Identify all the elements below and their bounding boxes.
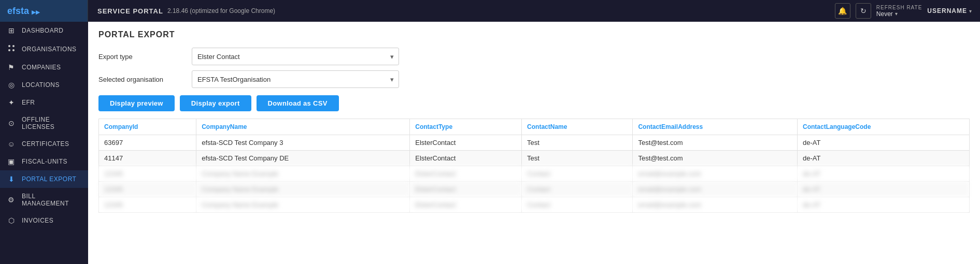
export-type-row: Export type Elster Contact <box>98 48 970 65</box>
col-contact-type[interactable]: ContactType <box>410 119 522 135</box>
col-contact-name[interactable]: ContactName <box>522 119 633 135</box>
data-table: CompanyId CompanyName ContactType Contac… <box>98 119 970 213</box>
content-area: PORTAL EXPORT Export type Elster Contact… <box>88 22 980 264</box>
sidebar-item-bill-management[interactable]: ⚙ BILL MANAGEMENT <box>0 188 88 212</box>
download-csv-button[interactable]: Download as CSV <box>257 95 339 111</box>
sidebar-label-efr: EFR <box>22 99 82 106</box>
sidebar-item-certificates[interactable]: ☺ CERTIFICATES <box>0 135 88 153</box>
bill-management-icon: ⚙ <box>6 196 17 204</box>
notifications-button[interactable]: 🔔 <box>835 3 850 19</box>
svg-point-2 <box>8 49 10 51</box>
sidebar-item-organisations[interactable]: ORGANISATIONS <box>0 39 88 58</box>
display-preview-button[interactable]: Display preview <box>98 95 175 111</box>
sidebar-item-companies[interactable]: ⚑ COMPANIES <box>0 58 88 76</box>
organisations-icon <box>6 44 17 54</box>
svg-point-1 <box>12 45 15 47</box>
sidebar-label-bill-management: BILL MANAGEMENT <box>22 193 82 207</box>
page-title: PORTAL EXPORT <box>98 30 970 39</box>
selected-org-select[interactable]: EFSTA TestOrganisation <box>192 70 399 88</box>
sidebar-item-fiscal-units[interactable]: ▣ FISCAL-UNITS <box>0 153 88 170</box>
refresh-rate-value[interactable]: Never ▾ <box>876 10 898 18</box>
table-row-blurred: 12345Company Name ExampleElsterContactCo… <box>99 182 970 197</box>
companies-icon: ⚑ <box>6 63 17 71</box>
offline-licenses-icon: ⊙ <box>6 119 17 127</box>
sidebar-item-dashboard[interactable]: ⊞ DASHBOARD <box>0 22 88 39</box>
action-buttons: Display preview Display export Download … <box>98 95 970 111</box>
table-row: 41147efsta-SCD Test Company DEElsterCont… <box>99 151 970 166</box>
sidebar-label-invoices: INVOICES <box>22 217 82 224</box>
logo: efsta ▶▶ <box>7 6 40 17</box>
sync-button[interactable]: ↻ <box>856 3 871 19</box>
service-portal-label: SERVICE PORTAL <box>97 7 163 15</box>
top-bar: efsta ▶▶ SERVICE PORTAL 2.18.46 (optimiz… <box>0 0 980 22</box>
refresh-rate-area: REFRESH RATE Never ▾ <box>876 5 922 18</box>
table-row: 63697efsta-SCD Test Company 3ElsterConta… <box>99 135 970 151</box>
service-portal-area: SERVICE PORTAL 2.18.46 (optimized for Go… <box>88 7 835 15</box>
portal-export-icon: ⬇ <box>6 175 17 183</box>
username-chevron-icon: ▾ <box>969 8 972 14</box>
locations-icon: ◎ <box>6 81 17 89</box>
export-type-label: Export type <box>98 53 192 61</box>
selected-org-row: Selected organisation EFSTA TestOrganisa… <box>98 70 970 88</box>
table-row-blurred: 12345Company Name ExampleElsterContactCo… <box>99 166 970 182</box>
sidebar: ⊞ DASHBOARD ORGANISATIONS ⚑ COMPANIES ◎ … <box>0 22 88 264</box>
sidebar-label-portal-export: PORTAL EXPORT <box>22 175 82 183</box>
refresh-rate-label: REFRESH RATE <box>876 5 922 10</box>
col-company-name[interactable]: CompanyName <box>196 119 410 135</box>
col-contact-lang[interactable]: ContactLanguageCode <box>797 119 969 135</box>
sidebar-item-offline-licenses[interactable]: ⊙ OFFLINE LICENSES <box>0 111 88 135</box>
table-header-row: CompanyId CompanyName ContactType Contac… <box>99 119 970 135</box>
main-layout: ⊞ DASHBOARD ORGANISATIONS ⚑ COMPANIES ◎ … <box>0 22 980 264</box>
sidebar-label-locations: LOCATIONS <box>22 81 82 89</box>
sidebar-item-invoices[interactable]: ⬡ INVOICES <box>0 212 88 229</box>
export-type-select-wrapper: Elster Contact <box>192 48 399 65</box>
username-area[interactable]: USERNAME ▾ <box>927 7 972 14</box>
sidebar-label-fiscal-units: FISCAL-UNITS <box>22 158 82 165</box>
sidebar-label-certificates: CERTIFICATES <box>22 140 82 148</box>
invoices-icon: ⬡ <box>6 216 17 225</box>
username-text: USERNAME <box>927 7 967 14</box>
selected-org-label: Selected organisation <box>98 76 192 83</box>
certificates-icon: ☺ <box>6 140 17 148</box>
selected-org-select-wrapper: EFSTA TestOrganisation <box>192 70 399 88</box>
efr-icon: ✦ <box>6 98 17 107</box>
svg-point-3 <box>12 49 15 51</box>
dashboard-icon: ⊞ <box>6 26 17 35</box>
display-export-button[interactable]: Display export <box>180 95 251 111</box>
sidebar-label-organisations: ORGANISATIONS <box>22 46 82 53</box>
sidebar-label-companies: COMPANIES <box>22 64 82 71</box>
version-text: 2.18.46 (optimized for Google Chrome) <box>167 7 275 14</box>
logo-area: efsta ▶▶ <box>0 0 88 22</box>
export-type-select[interactable]: Elster Contact <box>192 48 399 65</box>
sidebar-label-dashboard: DASHBOARD <box>22 27 82 34</box>
table-row-blurred: 12345Company Name ExampleElsterContactCo… <box>99 197 970 213</box>
sidebar-item-locations[interactable]: ◎ LOCATIONS <box>0 76 88 94</box>
sidebar-label-offline-licenses: OFFLINE LICENSES <box>22 116 82 130</box>
top-right-actions: 🔔 ↻ REFRESH RATE Never ▾ USERNAME ▾ <box>835 3 980 19</box>
col-company-id[interactable]: CompanyId <box>99 119 196 135</box>
col-contact-email[interactable]: ContactEmailAddress <box>633 119 798 135</box>
sidebar-item-efr[interactable]: ✦ EFR <box>0 94 88 111</box>
svg-point-0 <box>8 45 10 47</box>
sidebar-item-portal-export[interactable]: ⬇ PORTAL EXPORT <box>0 170 88 188</box>
fiscal-units-icon: ▣ <box>6 157 17 166</box>
